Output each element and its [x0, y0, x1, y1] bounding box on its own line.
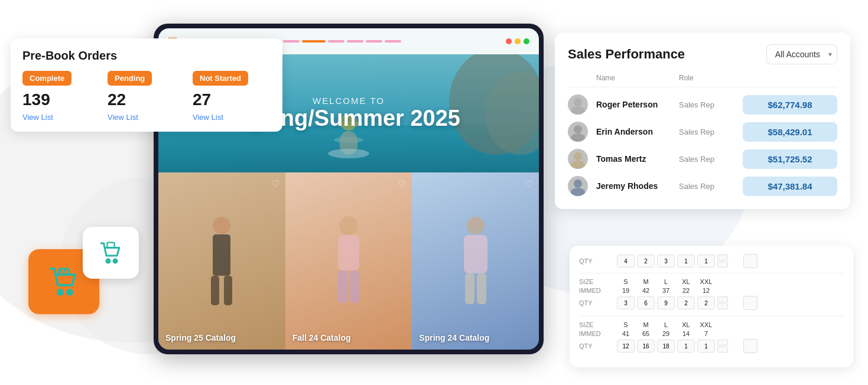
sales-performance-card: Sales Performance All Accounts ▾ Name Ro… [555, 32, 850, 209]
inv-input3-s4[interactable] [677, 340, 695, 353]
progress-dot-3 [328, 40, 344, 43]
product-spring24[interactable]: ♡ Spring 24 Catalog [412, 172, 539, 350]
inv-input-s4[interactable] [677, 255, 695, 267]
inv-row-qty3: QTY [579, 339, 844, 353]
inv-cell-s: S [617, 278, 635, 285]
model-svg-1 [198, 214, 245, 308]
sales-header: Sales Performance All Accounts ▾ [568, 44, 837, 64]
inv-input2-s2[interactable] [637, 296, 655, 309]
inv-cell-xl: XL [677, 278, 695, 285]
product-3-heart[interactable]: ♡ [525, 178, 533, 190]
svg-point-1 [67, 290, 72, 295]
model-svg-3 [452, 214, 499, 308]
product-2-label: Fall 24 Catalog [292, 333, 351, 342]
stat-pending: Pending 22 View List [108, 71, 186, 122]
product-fall24[interactable]: ♡ Fall 24 Catalog [285, 172, 412, 350]
inv-input-s2[interactable] [637, 255, 655, 267]
svg-rect-16 [213, 234, 230, 276]
inv-divider-1 [579, 273, 844, 273]
inv-cell2-l: L [657, 321, 675, 328]
inv-row-immed2: IMMED 41 65 29 14 7 [579, 330, 844, 337]
avatar-2 [568, 149, 588, 169]
sales-title: Sales Performance [568, 47, 685, 62]
pending-badge: Pending [108, 71, 152, 86]
product-spring25[interactable]: ♡ Spring 25 Catalog [158, 172, 285, 350]
svg-point-15 [213, 217, 230, 234]
inv-immed2-41: 41 [617, 330, 635, 337]
inv-label-immed1: IMMED [579, 287, 615, 294]
inv-input2-s3[interactable] [657, 296, 675, 309]
product-1-label: Spring 25 Catalog [165, 333, 236, 342]
progress-dot-1 [283, 40, 300, 43]
inv-cell-l: L [657, 278, 675, 285]
inv-section-1: QTY SIZE S M L XL XXL IMMED 19 42 37 [579, 254, 844, 310]
inv-input3-s3[interactable] [657, 340, 675, 353]
inv-label-qty1: QTY [579, 257, 615, 265]
rep-role-0: Sales Rep [679, 100, 738, 109]
product-2-heart[interactable]: ♡ [398, 178, 406, 190]
close-control [506, 38, 512, 44]
pending-count: 22 [108, 90, 186, 109]
inv-label-qty2: QTY [579, 299, 615, 306]
inv-input3-s2[interactable] [637, 340, 655, 353]
progress-dot-6 [385, 40, 401, 43]
sales-row-0: Roger Peterson Sales Rep $62,774.98 [568, 91, 837, 118]
maximize-control [524, 38, 529, 44]
svg-point-30 [571, 133, 585, 142]
sales-row-1: Erin Anderson Sales Rep $58,429.01 [568, 118, 837, 145]
inv-input-s5[interactable] [697, 255, 715, 267]
inv-immed-22: 22 [677, 287, 695, 294]
rep-name-2: Tomas Mertz [596, 154, 674, 164]
inv-cell-xxl: XXL [697, 278, 715, 285]
product-1-heart[interactable]: ♡ [271, 178, 279, 190]
inv-input2-s1[interactable] [617, 296, 635, 309]
cart-icon-small [83, 227, 139, 279]
rep-name-1: Erin Anderson [596, 127, 674, 136]
prebook-stats: Complete 139 View List Pending 22 View L… [22, 71, 271, 122]
tablet-window-controls [506, 38, 529, 44]
rep-name-3: Jeremy Rhodes [596, 181, 674, 191]
hero-welcome-text: WELCOME TO [313, 96, 385, 106]
svg-rect-21 [338, 270, 347, 303]
inv-row-qty1: QTY [579, 254, 844, 268]
pending-view-list[interactable]: View List [108, 113, 138, 122]
not-started-view-list[interactable]: View List [193, 113, 223, 122]
inv-cell2-s: S [617, 321, 635, 328]
dropdown-label: All Accounts [775, 50, 820, 59]
inv-immed2-29: 29 [657, 330, 675, 337]
complete-badge: Complete [22, 71, 71, 86]
inv-input2-s4[interactable] [677, 296, 695, 309]
svg-point-32 [571, 161, 585, 169]
svg-rect-22 [350, 270, 359, 303]
inv-input3-s5[interactable] [697, 340, 715, 353]
stat-complete: Complete 139 View List [22, 71, 100, 122]
complete-view-list[interactable]: View List [22, 113, 53, 122]
inv-immed-37: 37 [657, 287, 675, 294]
rep-role-2: Sales Rep [679, 155, 738, 164]
svg-point-3 [106, 259, 110, 263]
model-svg-2 [325, 214, 372, 308]
product-3-label: Spring 24 Catalog [419, 333, 489, 342]
svg-rect-26 [477, 273, 486, 304]
not-started-badge: Not Started [193, 71, 248, 86]
inv-row-size2: SIZE S M L XL XXL [579, 321, 844, 328]
inv-input2-s5[interactable] [697, 296, 715, 309]
svg-rect-25 [465, 273, 474, 304]
inv-input-s1[interactable] [617, 255, 635, 267]
svg-point-29 [574, 125, 582, 133]
progress-dot-5 [366, 40, 382, 43]
inv-input-s3[interactable] [657, 255, 675, 267]
inv-label-size2: SIZE [579, 321, 615, 328]
svg-point-33 [574, 180, 582, 188]
progress-dot-2 [302, 40, 326, 43]
svg-rect-20 [338, 235, 359, 270]
inv-immed2-7: 7 [697, 330, 715, 337]
inv-divider-2 [579, 316, 844, 317]
not-started-count: 27 [193, 90, 271, 109]
accounts-dropdown[interactable]: All Accounts ▾ [766, 44, 837, 64]
col-header-amount [743, 74, 837, 82]
inv-input3-s1[interactable] [617, 340, 635, 353]
svg-point-31 [574, 152, 582, 161]
prebook-title: Pre-Book Orders [22, 49, 271, 63]
sales-row-3: Jeremy Rhodes Sales Rep $47,381.84 [568, 172, 837, 200]
